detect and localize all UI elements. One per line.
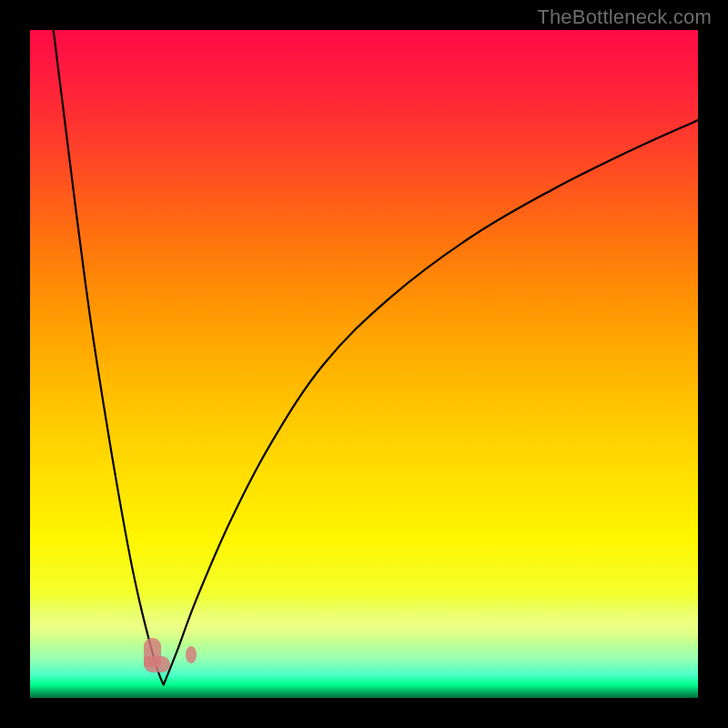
bottleneck-curves xyxy=(30,30,698,698)
canvas-frame: TheBottleneck.com xyxy=(0,0,728,728)
marker-L-horizontal xyxy=(144,656,170,672)
marker-dot xyxy=(186,646,197,663)
curve-left-branch xyxy=(54,30,164,684)
plot-area xyxy=(30,30,698,698)
curve-right-branch xyxy=(164,120,698,684)
watermark-text: TheBottleneck.com xyxy=(537,5,712,29)
